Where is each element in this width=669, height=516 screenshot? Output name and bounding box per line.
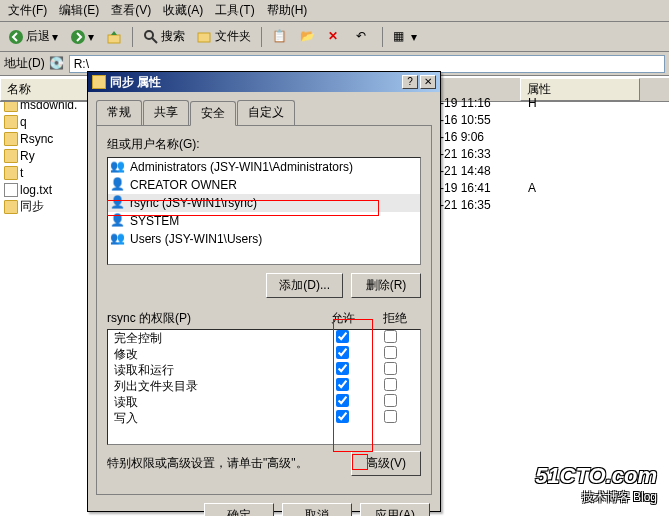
deny-checkbox[interactable] — [384, 410, 397, 423]
dropdown-icon: ▾ — [52, 30, 58, 44]
perm-row: 列出文件夹目录 — [108, 378, 420, 394]
menu-help[interactable]: 帮助(H) — [267, 2, 308, 19]
groups-label: 组或用户名称(G): — [107, 136, 421, 153]
deny-checkbox[interactable] — [384, 330, 397, 343]
user-icon: 👤 — [110, 195, 126, 211]
copy-icon: 📋 — [272, 29, 288, 45]
svg-point-1 — [71, 30, 85, 44]
perm-for-label: rsync 的权限(P) — [107, 310, 317, 327]
deny-header: 拒绝 — [369, 310, 421, 327]
cancel-button[interactable]: 取消 — [282, 503, 352, 516]
move-icon: 📂 — [300, 29, 316, 45]
perm-row: 读取 — [108, 394, 420, 410]
up-button[interactable] — [102, 27, 126, 47]
copy-to-button[interactable]: 📋 — [268, 27, 292, 47]
menu-view[interactable]: 查看(V) — [111, 2, 151, 19]
allow-checkbox[interactable] — [336, 378, 349, 391]
text-file-icon — [4, 183, 18, 197]
perm-row: 完全控制 — [108, 330, 420, 346]
group-row[interactable]: 👥Administrators (JSY-WIN1\Administrators… — [108, 158, 420, 176]
drive-icon: 💽 — [49, 56, 65, 72]
search-icon — [143, 29, 159, 45]
folder-icon — [4, 200, 18, 214]
perm-row: 修改 — [108, 346, 420, 362]
user-icon: 👤 — [110, 213, 126, 229]
special-text: 特别权限或高级设置，请单击"高级"。 — [107, 455, 343, 472]
file-list-right-cols: -19 11:16H -16 10:55 -16 9:06 -21 16:33 … — [440, 96, 580, 215]
group-row[interactable]: 👤rsync (JSY-WIN1\rsync) — [108, 194, 420, 212]
folders-icon — [197, 29, 213, 45]
folder-icon — [92, 75, 106, 89]
address-label: 地址(D) — [4, 55, 45, 72]
menu-bar: 文件(F) 编辑(E) 查看(V) 收藏(A) 工具(T) 帮助(H) — [0, 0, 669, 22]
svg-point-3 — [145, 31, 153, 39]
deny-checkbox[interactable] — [384, 346, 397, 359]
toolbar: 后退 ▾ ▾ 搜索 文件夹 📋 📂 ✕ ↶ ▦▾ — [0, 22, 669, 52]
close-button[interactable]: ✕ — [420, 75, 436, 89]
dialog-titlebar[interactable]: 同步 属性 ? ✕ — [88, 72, 440, 92]
search-button[interactable]: 搜索 — [139, 26, 189, 47]
allow-header: 允许 — [317, 310, 369, 327]
menu-edit[interactable]: 编辑(E) — [59, 2, 99, 19]
allow-checkbox[interactable] — [336, 346, 349, 359]
group-row[interactable]: 👤CREATOR OWNER — [108, 176, 420, 194]
security-panel: 组或用户名称(G): 👥Administrators (JSY-WIN1\Adm… — [96, 125, 432, 495]
perm-row: 写入 — [108, 410, 420, 426]
svg-line-4 — [152, 38, 157, 43]
folder-icon — [4, 115, 18, 129]
svg-rect-2 — [108, 35, 120, 43]
svg-rect-5 — [198, 33, 210, 42]
delete-icon: ✕ — [328, 29, 344, 45]
dialog-title: 同步 属性 — [110, 74, 400, 91]
undo-icon: ↶ — [356, 29, 372, 45]
move-to-button[interactable]: 📂 — [296, 27, 320, 47]
dialog-tabs: 常规 共享 安全 自定义 — [96, 100, 432, 125]
address-input[interactable] — [69, 55, 665, 73]
tab-general[interactable]: 常规 — [96, 100, 142, 125]
menu-tools[interactable]: 工具(T) — [215, 2, 254, 19]
folder-icon — [4, 149, 18, 163]
group-icon: 👥 — [110, 159, 126, 175]
folder-icon — [4, 132, 18, 146]
folders-label: 文件夹 — [215, 28, 251, 45]
properties-dialog: 同步 属性 ? ✕ 常规 共享 安全 自定义 组或用户名称(G): 👥Admin… — [87, 71, 441, 512]
forward-button[interactable]: ▾ — [66, 27, 98, 47]
forward-icon — [70, 29, 86, 45]
allow-checkbox[interactable] — [336, 394, 349, 407]
advanced-button[interactable]: 高级(V) — [351, 451, 421, 476]
menu-favorites[interactable]: 收藏(A) — [163, 2, 203, 19]
add-button[interactable]: 添加(D)... — [266, 273, 343, 298]
allow-checkbox[interactable] — [336, 410, 349, 423]
allow-checkbox[interactable] — [336, 362, 349, 375]
deny-checkbox[interactable] — [384, 362, 397, 375]
permissions-list[interactable]: 完全控制 修改 读取和运行 列出文件夹目录 读取 写入 — [107, 329, 421, 445]
group-user-list[interactable]: 👥Administrators (JSY-WIN1\Administrators… — [107, 157, 421, 265]
deny-checkbox[interactable] — [384, 394, 397, 407]
user-icon: 👤 — [110, 177, 126, 193]
dropdown-icon: ▾ — [88, 30, 94, 44]
up-icon — [106, 29, 122, 45]
help-button[interactable]: ? — [402, 75, 418, 89]
apply-button[interactable]: 应用(A) — [360, 503, 430, 516]
remove-button[interactable]: 删除(R) — [351, 273, 421, 298]
back-button[interactable]: 后退 ▾ — [4, 26, 62, 47]
back-label: 后退 — [26, 28, 50, 45]
watermark-line1: 51CTO.com — [535, 463, 657, 489]
watermark: 51CTO.com 技术博客 Blog — [535, 463, 657, 506]
ok-button[interactable]: 确定 — [204, 503, 274, 516]
menu-file[interactable]: 文件(F) — [8, 2, 47, 19]
folder-icon — [4, 166, 18, 180]
group-icon: 👥 — [110, 231, 126, 247]
folders-button[interactable]: 文件夹 — [193, 26, 255, 47]
delete-button[interactable]: ✕ — [324, 27, 348, 47]
allow-checkbox[interactable] — [336, 330, 349, 343]
undo-button[interactable]: ↶ — [352, 27, 376, 47]
tab-custom[interactable]: 自定义 — [237, 100, 295, 125]
group-row[interactable]: 👤SYSTEM — [108, 212, 420, 230]
deny-checkbox[interactable] — [384, 378, 397, 391]
group-row[interactable]: 👥Users (JSY-WIN1\Users) — [108, 230, 420, 248]
tab-share[interactable]: 共享 — [143, 100, 189, 125]
col-name[interactable]: 名称 — [0, 78, 100, 101]
tab-security[interactable]: 安全 — [190, 101, 236, 126]
views-button[interactable]: ▦▾ — [389, 27, 421, 47]
